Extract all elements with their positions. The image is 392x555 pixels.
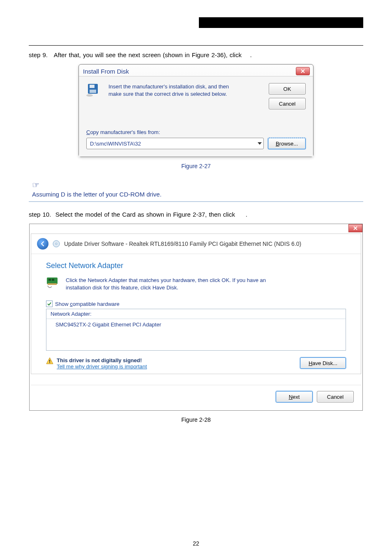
svg-rect-1 (90, 85, 95, 88)
next-button[interactable]: Next (276, 391, 313, 402)
back-button[interactable] (37, 238, 48, 250)
svg-rect-10 (49, 360, 50, 362)
not-signed-title: This driver is not digitally signed! (57, 357, 297, 363)
step10-label: step 10. (29, 211, 51, 218)
step9-label: step 9. (29, 51, 48, 58)
install-from-disk-dialog: Install From Disk Insert the manufacture… (78, 64, 314, 157)
warning-icon (46, 357, 53, 365)
list-item[interactable]: SMC9452TX-2 Gigabit Ethernet PCI Adapter (46, 319, 346, 330)
select-network-adapter-heading: Select Network Adapter (46, 261, 346, 270)
cancel-button-2[interactable]: Cancel (317, 391, 354, 402)
close-icon (301, 69, 305, 73)
path-combobox[interactable]: D:\smc\WINVISTA\32 (86, 138, 264, 149)
figure-2-27-caption: Figure 2-27 (29, 163, 363, 169)
have-disk-button[interactable]: Have Disk... (300, 357, 346, 369)
signing-link[interactable]: Tell me why driver signing is important (57, 363, 297, 370)
ok-button[interactable]: OK (269, 83, 306, 95)
floppy-disk-icon (86, 83, 101, 98)
update-dialog-title: Update Driver Software - Realtek RTL8169… (64, 240, 301, 247)
step10-text: Select the model of the Card as shown in… (55, 211, 235, 218)
close-icon (353, 226, 357, 230)
update-driver-dialog: Update Driver Software - Realtek RTL8169… (29, 224, 363, 411)
close-button[interactable] (296, 67, 310, 75)
adapter-instruction: Click the Network Adapter that matches y… (66, 277, 266, 291)
figure-2-28-caption: Figure 2-28 (29, 416, 363, 423)
check-icon (47, 301, 52, 306)
close-button-2[interactable] (348, 224, 362, 232)
chevron-down-icon (258, 142, 262, 145)
svg-rect-9 (48, 283, 57, 285)
svg-rect-2 (90, 90, 96, 93)
step10-line: step 10. Select the model of the Card as… (29, 211, 363, 218)
cd-icon (53, 240, 60, 247)
copy-label: opy manufacturer's files from: (90, 129, 160, 135)
step9-line: step 9. After that, you will see the nex… (29, 51, 363, 58)
copy-label-accel: C (86, 129, 90, 135)
insert-msg-line1: Insert the manufacturer's installation d… (108, 83, 261, 90)
adapter-msg-line2: installation disk for this feature, clic… (66, 284, 266, 291)
path-value: D:\smc\WINVISTA\32 (90, 141, 141, 147)
step9-after: . (250, 51, 252, 58)
svg-point-3 (86, 94, 93, 97)
top-rule (29, 45, 363, 46)
redaction-bar (199, 17, 363, 28)
show-compatible-label: Show compatible hardware (55, 301, 120, 307)
insert-message: Insert the manufacturer's installation d… (108, 83, 261, 109)
note-box: Assuming D is the letter of your CD-ROM … (29, 191, 363, 202)
show-compatible-checkbox[interactable] (46, 301, 53, 307)
page-number: 22 (0, 540, 392, 547)
svg-rect-8 (52, 279, 54, 281)
adapter-listbox[interactable]: Network Adapter: SMC9452TX-2 Gigabit Eth… (46, 309, 346, 351)
dialog-title: Install From Disk (83, 68, 129, 75)
insert-msg-line2: make sure that the correct drive is sele… (108, 90, 261, 98)
svg-rect-7 (48, 279, 51, 281)
arrow-left-icon (40, 241, 46, 247)
list-header: Network Adapter: (46, 309, 346, 319)
dialog-titlebar: Install From Disk (79, 65, 313, 76)
svg-rect-11 (49, 362, 50, 363)
browse-button[interactable]: Browse... (268, 138, 306, 149)
step10-after: . (246, 211, 247, 218)
svg-point-5 (55, 243, 57, 245)
network-adapter-icon (46, 277, 60, 289)
cancel-button[interactable]: Cancel (269, 98, 306, 109)
adapter-msg-line1: Click the Network Adapter that matches y… (66, 277, 266, 284)
note-pointer-icon: ☞ (32, 180, 363, 190)
note-text: Assuming D is the letter of your CD-ROM … (32, 191, 161, 198)
step9-text: After that, you will see the next screen… (54, 51, 242, 58)
